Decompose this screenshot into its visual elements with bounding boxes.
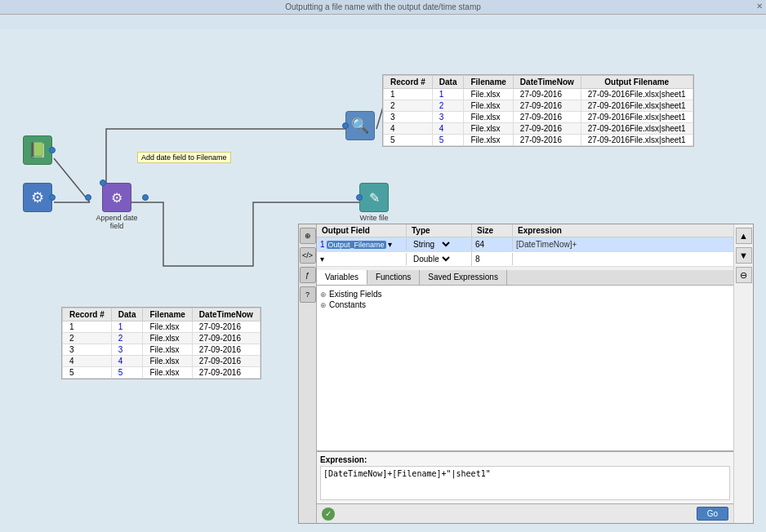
table-row: 22File.xlsx27-09-201627-09-2016File.xlsx… bbox=[384, 100, 693, 112]
lower-col-datetime: DateTimeNow bbox=[192, 308, 260, 321]
book-input-icon[interactable]: 📗 bbox=[23, 135, 52, 165]
title-bar: Outputting a file name with the output d… bbox=[0, 0, 766, 15]
browse-tool-node[interactable]: 🔍 bbox=[345, 111, 375, 140]
type-select-2[interactable]: Double String bbox=[410, 254, 452, 264]
tree-expand-constants-icon: ⊕ bbox=[320, 301, 327, 309]
variables-tree: ⊕ Existing Fields ⊕ Constants bbox=[317, 286, 733, 451]
table-row: 44File.xlsx27-09-201627-09-2016File.xlsx… bbox=[384, 123, 693, 135]
formula-right-toolbar: ▲ ▼ ⊖ bbox=[733, 224, 753, 523]
upper-col-data: Data bbox=[432, 76, 464, 89]
append-date-right-port bbox=[142, 194, 149, 201]
code-icon[interactable]: </> bbox=[300, 247, 316, 264]
lower-col-record: Record # bbox=[63, 308, 112, 321]
move-down-button[interactable]: ▼ bbox=[736, 247, 752, 264]
table-row: 11File.xlsx27-09-2016 bbox=[63, 321, 261, 333]
expression-value-1: [DateTimeNow]+ bbox=[516, 240, 577, 249]
tree-label-existing-fields: Existing Fields bbox=[329, 290, 381, 299]
table-row: 11File.xlsx27-09-201627-09-2016File.xlsx… bbox=[384, 89, 693, 100]
row2-dropdown[interactable]: ▾ bbox=[320, 255, 324, 264]
table-row: 33File.xlsx27-09-2016 bbox=[63, 344, 261, 356]
size-header: Size bbox=[472, 224, 513, 237]
table-row: 55File.xlsx27-09-201627-09-2016File.xlsx… bbox=[384, 135, 693, 146]
size-cell-2: 8 bbox=[472, 253, 513, 265]
upper-data-table: Record # Data Filename DateTimeNow Outpu… bbox=[382, 74, 694, 147]
write-file-label: Write file bbox=[360, 214, 389, 222]
formula-footer: ✓ Go bbox=[317, 503, 733, 523]
formula-header: Output Field Type Size Expression bbox=[317, 224, 733, 237]
go-button[interactable]: Go bbox=[697, 507, 728, 521]
output-field-cell-1: 1 Output_Filename ▾ bbox=[317, 238, 407, 250]
lower-col-filename: Filename bbox=[143, 308, 192, 321]
lower-data-table: Record # Data Filename DateTimeNow 11Fil… bbox=[61, 307, 261, 379]
type-cell-2[interactable]: Double String bbox=[407, 252, 472, 266]
output-field-cell-2: ▾ bbox=[317, 253, 407, 265]
formula-left-toolbar: ⊕ </> ƒ ? bbox=[299, 224, 317, 523]
move-up-button[interactable]: ▲ bbox=[736, 228, 752, 244]
type-header: Type bbox=[407, 224, 472, 237]
formula-row-2: ▾ Double String 8 bbox=[317, 252, 733, 267]
append-date-left-port bbox=[85, 194, 91, 201]
expression-input[interactable]: [DateTimeNow]+[Filename]+"|sheet1" bbox=[320, 466, 730, 500]
canvas: 📗 ⚙ Add date field to Filename ⚙ Append … bbox=[0, 29, 766, 532]
tree-label-constants: Constants bbox=[329, 300, 366, 309]
append-date-icon[interactable]: ⚙ bbox=[102, 183, 131, 212]
output-field-header: Output Field bbox=[317, 224, 407, 237]
lower-col-data: Data bbox=[111, 308, 143, 321]
type-select-1[interactable]: String Double bbox=[410, 239, 452, 250]
table-row: 22File.xlsx27-09-2016 bbox=[63, 333, 261, 344]
tree-item-existing-fields[interactable]: ⊕ Existing Fields bbox=[320, 289, 730, 299]
formula-panel: ⊕ </> ƒ ? Output Field Type Size Express… bbox=[298, 224, 754, 524]
append-date-node[interactable]: ⚙ Append date field bbox=[88, 183, 145, 230]
type-cell-1[interactable]: String Double bbox=[407, 237, 472, 251]
upper-col-filename: Filename bbox=[464, 76, 513, 89]
append-date-label: Append date field bbox=[88, 214, 145, 230]
expression-cell-2 bbox=[513, 258, 733, 261]
add-date-tooltip: Add date field to Filename bbox=[137, 152, 231, 163]
remove-button[interactable]: ⊖ bbox=[736, 267, 752, 283]
expression-header: Expression bbox=[513, 224, 733, 237]
tree-item-constants[interactable]: ⊕ Constants bbox=[320, 299, 730, 310]
row1-dropdown-icon[interactable]: ▾ bbox=[388, 240, 392, 249]
upper-col-output: Output Filename bbox=[581, 76, 693, 89]
size-cell-1: 64 bbox=[472, 238, 513, 250]
append-date-top-port bbox=[100, 180, 106, 186]
tab-saved-expressions[interactable]: Saved Expressions bbox=[420, 270, 507, 285]
browse-tool-icon[interactable]: 🔍 bbox=[345, 111, 375, 140]
window-title: Outputting a file name with the output d… bbox=[285, 2, 481, 11]
upper-col-record: Record # bbox=[384, 76, 433, 89]
formula-row-1: 1 Output_Filename ▾ String Double 64 [Da… bbox=[317, 237, 733, 252]
table-row: 33File.xlsx27-09-201627-09-2016File.xlsx… bbox=[384, 112, 693, 123]
target-icon[interactable]: ⊕ bbox=[300, 228, 316, 244]
expression-text: [DateTimeNow]+[Filename]+"|sheet1" bbox=[323, 469, 491, 478]
expression-cell-1: [DateTimeNow]+ bbox=[513, 238, 733, 250]
help-icon[interactable]: ? bbox=[300, 286, 316, 303]
formula-main: Output Field Type Size Expression 1 Outp… bbox=[317, 224, 733, 523]
table-row: 55File.xlsx27-09-2016 bbox=[63, 367, 261, 379]
browse-tool-port bbox=[342, 122, 349, 129]
size-value-1: 64 bbox=[475, 240, 484, 249]
book-input-node[interactable]: 📗 bbox=[23, 135, 52, 165]
write-file-port bbox=[356, 194, 363, 201]
upper-col-datetime: DateTimeNow bbox=[513, 76, 581, 89]
write-file-node[interactable]: ✎ Write file bbox=[359, 183, 389, 222]
settings-input-port bbox=[49, 194, 56, 201]
size-value-2: 8 bbox=[475, 255, 480, 264]
settings-input-icon[interactable]: ⚙ bbox=[23, 183, 52, 212]
formula-tabs: Variables Functions Saved Expressions bbox=[317, 270, 733, 286]
settings-input-node[interactable]: ⚙ bbox=[23, 183, 52, 212]
tree-expand-icon: ⊕ bbox=[320, 290, 327, 299]
validate-icon[interactable]: ✓ bbox=[322, 508, 335, 521]
tab-functions[interactable]: Functions bbox=[367, 270, 420, 285]
close-button[interactable]: ✕ bbox=[756, 2, 763, 11]
expression-section: Expression: [DateTimeNow]+[Filename]+"|s… bbox=[317, 451, 733, 503]
book-input-port bbox=[49, 147, 56, 153]
write-file-icon[interactable]: ✎ bbox=[359, 183, 389, 212]
tab-variables[interactable]: Variables bbox=[317, 270, 367, 285]
function-icon[interactable]: ƒ bbox=[300, 267, 316, 283]
row1-number: 1 bbox=[320, 240, 325, 249]
table-row: 44File.xlsx27-09-2016 bbox=[63, 356, 261, 367]
row1-badge: Output_Filename bbox=[327, 241, 386, 249]
expression-label: Expression: bbox=[320, 455, 730, 464]
